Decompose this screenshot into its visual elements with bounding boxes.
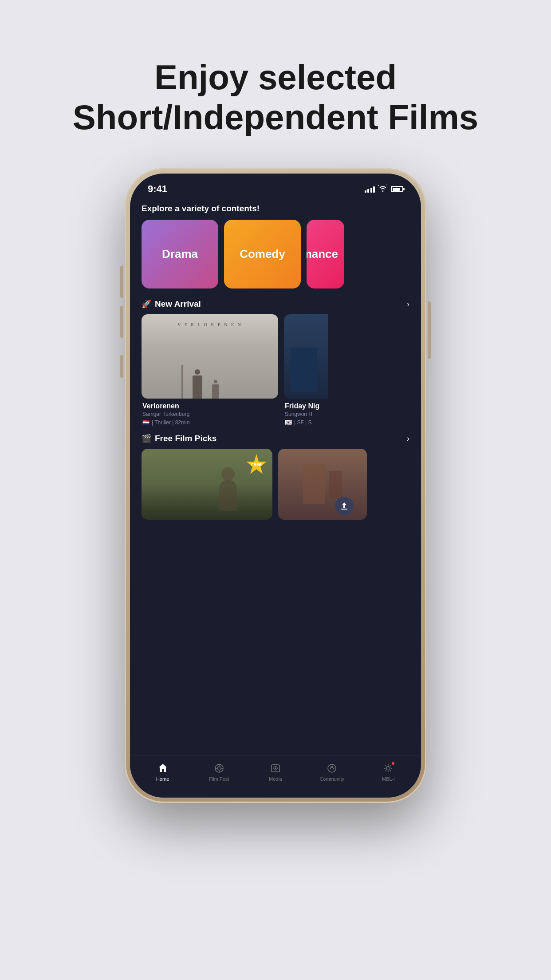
phone-screen: 9:41 [130,174,421,798]
free-badge-text: FREE [251,462,262,467]
svg-line-20 [386,766,386,767]
mbli-icon [383,763,393,775]
nav-item-media[interactable]: Media [247,763,303,782]
svg-point-14 [331,766,333,768]
mbli-notification-dot [392,762,394,765]
media-icon [271,763,280,775]
svg-rect-1 [341,509,347,510]
svg-point-13 [328,764,336,772]
page-title-line1: Enjoy selected [73,58,478,98]
silent-button [120,355,123,378]
pole [181,365,183,399]
signal-bar-3 [370,188,372,193]
free-films-title: Free Film Picks [155,434,403,443]
filmfest-icon [214,763,224,775]
nav-community-label: Community [319,776,344,782]
figures [193,369,219,399]
figure-small [212,380,219,399]
new-arrival-films: V E R L O R E N E N [130,314,421,426]
verlorenen-film-title: V E R L O R E N E N [142,322,278,327]
friday-info: Friday Nig Sungwon H 🇰🇷 | SF | S [284,399,328,426]
free-films-header: 🎬 Free Film Picks › [130,426,421,449]
svg-point-10 [275,768,276,769]
film-card-verlorenen[interactable]: V E R L O R E N E N [142,314,278,426]
svg-rect-11 [274,764,275,765]
nav-mbli-label: MBL-i [382,776,395,782]
signal-bar-1 [365,190,366,193]
free-film-card-2[interactable] [278,449,367,520]
svg-line-21 [390,771,391,771]
nav-item-filmfest[interactable]: Film Fest [191,763,247,782]
volume-up-button [120,266,123,298]
nav-item-home[interactable]: Home [134,763,191,782]
svg-point-3 [217,767,221,770]
new-arrival-section: 🚀 New Arrival › V E R L O R E N E N [130,291,421,426]
verlorenen-director: Samgar Turkenburg [142,411,277,417]
community-icon [327,763,337,775]
svg-line-22 [390,766,391,767]
signal-icon [365,186,375,193]
genre-card-drama[interactable]: Drama [142,220,218,288]
verlorenen-thumbnail: V E R L O R E N E N [142,314,278,399]
verlorenen-flag: 🇳🇱 [142,419,150,426]
nav-filmfest-label: Film Fest [209,776,229,782]
nav-home-label: Home [156,776,169,782]
friday-genre: | SF | S [294,419,312,426]
home-icon [158,763,168,775]
explore-section: Explore a variety of contents! Drama Com… [130,199,421,291]
svg-rect-12 [276,764,277,765]
free-badge: FREE [245,453,268,476]
verlorenen-info: Verlorenen Samgar Turkenburg 🇳🇱 | Thrill… [142,399,278,426]
verlorenen-genre-duration: | Thriller | 82min [152,419,189,426]
new-arrival-title: New Arrival [155,299,403,309]
genre-romance-label: Romance [307,247,338,261]
verlorenen-title: Verlorenen [142,402,277,410]
friday-thumbnail [284,314,328,399]
verlorenen-meta: 🇳🇱 | Thriller | 82min [142,419,277,426]
status-bar: 9:41 [130,174,421,199]
signal-bar-2 [367,189,369,193]
volume-down-button [120,306,123,338]
new-arrival-icon: 🚀 [142,299,151,309]
film-card-friday[interactable]: Friday Nig Sungwon H 🇰🇷 | SF | S [284,314,328,426]
nav-item-community[interactable]: Community [304,763,360,782]
wifi-icon [378,185,387,194]
genre-drama-label: Drama [162,247,198,261]
signal-bar-4 [373,186,375,193]
friday-title: Friday Nig [285,402,328,410]
svg-line-23 [386,771,386,771]
status-time: 9:41 [148,183,167,195]
free-films-icon: 🎬 [142,434,151,443]
new-arrival-header: 🚀 New Arrival › [130,291,421,314]
figure-main [193,369,202,399]
power-button [428,301,431,359]
nav-media-label: Media [269,776,282,782]
svg-point-15 [386,767,390,770]
status-icons [365,185,404,194]
friday-meta: 🇰🇷 | SF | S [285,419,328,426]
nav-item-mbli[interactable]: MBL-i [360,763,417,782]
bottom-nav: Home Film Fest [130,755,421,798]
battery-icon [391,186,403,192]
phone-shell: 9:41 [125,168,426,803]
genre-row: Drama Comedy Romance [142,220,409,288]
page-title: Enjoy selected Short/Independent Films [73,58,478,137]
genre-card-romance[interactable]: Romance [307,220,344,288]
genre-card-comedy[interactable]: Comedy [224,220,301,288]
page-background: Enjoy selected Short/Independent Films 9… [0,0,551,980]
free-films-row: FREE [130,449,421,520]
page-title-line2: Short/Independent Films [73,98,478,138]
genre-comedy-label: Comedy [240,247,285,261]
explore-heading: Explore a variety of contents! [142,204,409,213]
free-films-arrow[interactable]: › [407,434,409,443]
friday-director: Sungwon H [285,411,328,417]
friday-flag: 🇰🇷 [285,419,292,426]
free-film-picks-section: 🎬 Free Film Picks › [130,426,421,520]
free-film-card-1[interactable]: FREE [142,449,272,520]
new-arrival-arrow[interactable]: › [407,300,409,309]
free-film-card-2-wrapper [278,449,327,520]
app-content: Explore a variety of contents! Drama Com… [130,199,421,755]
